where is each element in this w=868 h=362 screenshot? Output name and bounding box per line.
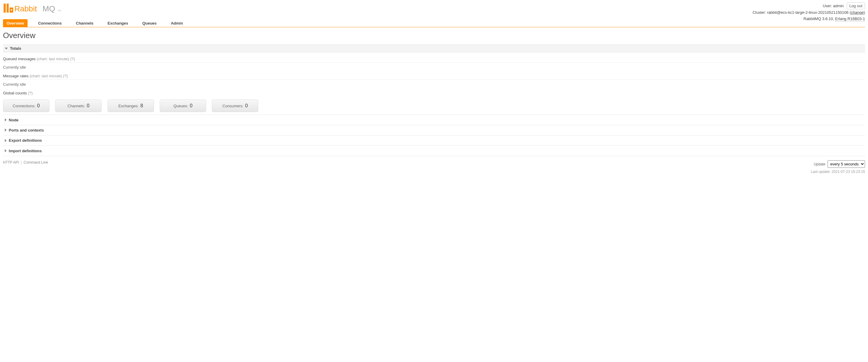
update-interval-select[interactable]: every 5 seconds — [828, 160, 865, 168]
section-node[interactable]: Node — [3, 115, 865, 125]
section-import-definitions[interactable]: Import definitions — [3, 146, 865, 156]
tab-queues[interactable]: Queues — [139, 19, 160, 27]
cluster-label: Cluster: — [753, 10, 766, 15]
help-icon[interactable]: (?) — [28, 91, 33, 95]
main-tabs: Overview Connections Channels Exchanges … — [3, 19, 865, 27]
chevron-right-icon — [5, 128, 7, 131]
tab-channels[interactable]: Channels — [72, 19, 97, 27]
top-nav: User: admin Log out Cluster: rabbit@ecs-… — [753, 2, 865, 22]
user-label: User: — [823, 4, 832, 8]
section-ports-and-contexts[interactable]: Ports and contexts — [3, 125, 865, 135]
page-title: Overview — [3, 31, 865, 40]
last-update-time: 2021-07-23 15:23:15 — [832, 170, 865, 174]
tab-overview[interactable]: Overview — [3, 19, 28, 27]
chevron-down-icon — [5, 48, 8, 50]
logo-link[interactable]: Rabbit MQ TM — [3, 2, 69, 14]
global-counts-heading: Global counts (?) — [3, 88, 865, 96]
chevron-right-icon — [5, 139, 7, 142]
footer-left: HTTP API Command Line — [3, 160, 865, 164]
cluster-name: rabbit@ecs-kc1-large-2-linux-20210521150… — [767, 10, 848, 15]
footer-right: Update every 5 seconds Last update: 2021… — [811, 160, 865, 174]
section-totals-title: Totals — [10, 46, 21, 51]
svg-text:Rabbit: Rabbit — [14, 4, 37, 13]
message-rates-status: Currently idle — [3, 80, 865, 88]
svg-text:TM: TM — [58, 9, 61, 12]
count-connections[interactable]: Connections: 0 — [3, 99, 50, 112]
chevron-right-icon — [5, 149, 7, 152]
update-label: Update — [814, 162, 826, 166]
svg-point-3 — [11, 9, 12, 11]
svg-rect-1 — [7, 4, 9, 12]
user-name: admin — [833, 4, 844, 8]
help-icon[interactable]: (?) — [63, 74, 68, 78]
global-counts: Connections: 0 Channels: 0 Exchanges: 8 … — [3, 99, 865, 112]
rabbitmq-version: RabbitMQ 3.6.10, — [804, 17, 834, 21]
command-line-link[interactable]: Command Line — [24, 160, 48, 164]
logout-button[interactable]: Log out — [847, 2, 865, 9]
tab-admin[interactable]: Admin — [167, 19, 186, 27]
count-exchanges[interactable]: Exchanges: 8 — [107, 99, 154, 112]
message-rates-heading: Message rates (chart: last minute) (?) — [3, 71, 865, 80]
svg-rect-0 — [4, 4, 6, 12]
help-icon[interactable]: (?) — [70, 57, 75, 61]
chevron-right-icon — [5, 118, 7, 121]
rabbitmq-logo: Rabbit MQ TM — [3, 2, 69, 14]
queued-messages-heading: Queued messages (chart: last minute) (?) — [3, 54, 865, 63]
queued-messages-status: Currently idle — [3, 63, 865, 71]
count-channels[interactable]: Channels: 0 — [55, 99, 101, 112]
erlang-version[interactable]: Erlang R16B03-1 — [835, 17, 865, 21]
change-cluster-link[interactable]: change — [851, 10, 864, 15]
svg-text:MQ: MQ — [42, 4, 55, 13]
section-totals-header[interactable]: Totals — [3, 44, 865, 53]
separator — [21, 161, 21, 164]
tab-connections[interactable]: Connections — [34, 19, 65, 27]
count-queues[interactable]: Queues: 0 — [160, 99, 206, 112]
tab-exchanges[interactable]: Exchanges — [104, 19, 132, 27]
http-api-link[interactable]: HTTP API — [3, 160, 19, 164]
section-export-definitions[interactable]: Export definitions — [3, 135, 865, 146]
count-consumers[interactable]: Consumers: 0 — [212, 99, 258, 112]
last-update-label: Last update: — [811, 170, 831, 174]
section-totals: Totals Queued messages (chart: last minu… — [3, 44, 865, 114]
